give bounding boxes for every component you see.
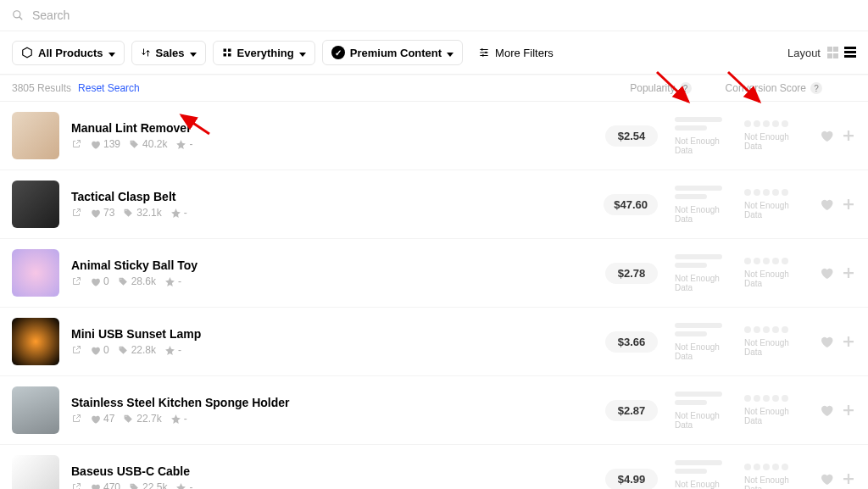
favorite-button[interactable]: [819, 128, 834, 143]
favorite-button[interactable]: [819, 265, 834, 281]
product-row[interactable]: Baseus USB-C Cable47022.5k-$4.99Not Enou…: [0, 445, 868, 489]
col-popularity: Popularity?: [630, 82, 691, 94]
favorite-button[interactable]: [819, 334, 834, 349]
product-row[interactable]: Tactical Clasp Belt7332.1k-$47.60Not Eno…: [0, 170, 868, 239]
tag-count: 22.8k: [118, 344, 156, 356]
results-count: 3805 Results: [12, 82, 71, 94]
svg-point-7: [485, 52, 487, 53]
conversion-cell: Not Enough Data: [744, 326, 795, 357]
external-link-icon[interactable]: [71, 208, 81, 218]
star-icon: -: [164, 344, 181, 356]
likes: 47: [90, 413, 114, 425]
favorite-button[interactable]: [819, 471, 834, 486]
search-icon: [12, 9, 24, 21]
product-title[interactable]: Tactical Clasp Belt: [71, 190, 592, 203]
favorite-button[interactable]: [819, 197, 834, 212]
popularity-cell: Not Enough Data: [675, 323, 722, 361]
popularity-cell: Not Enough Data: [675, 460, 722, 490]
add-button[interactable]: [841, 128, 856, 143]
svg-point-0: [14, 11, 20, 18]
tag-count: 22.7k: [123, 413, 161, 425]
popularity-cell: Not Enough Data: [675, 392, 722, 430]
product-price: $2.87: [605, 400, 658, 421]
product-thumb[interactable]: [12, 455, 59, 489]
product-row[interactable]: Manual Lint Remover13940.2k-$2.54Not Eno…: [0, 102, 868, 170]
tag-count: 40.2k: [129, 138, 167, 150]
product-row[interactable]: Mini USB Sunset Lamp022.8k-$3.66Not Enou…: [0, 308, 868, 376]
external-link-icon[interactable]: [71, 139, 81, 149]
svg-rect-4: [223, 53, 226, 57]
add-button[interactable]: [841, 471, 856, 486]
conversion-cell: Not Enough Data: [744, 395, 795, 425]
info-icon[interactable]: ?: [680, 82, 692, 94]
filter-more[interactable]: More Filters: [470, 42, 562, 64]
product-price: $2.78: [605, 263, 658, 284]
layout-switcher: Layout: [787, 47, 856, 59]
filter-premium[interactable]: Premium Content: [322, 40, 463, 65]
search-input[interactable]: [32, 8, 856, 22]
product-price: $47.60: [604, 194, 658, 215]
external-link-icon[interactable]: [71, 345, 81, 355]
product-title[interactable]: Baseus USB-C Cable: [71, 464, 593, 478]
product-thumb[interactable]: [12, 181, 59, 228]
star-icon: -: [175, 481, 192, 489]
product-title[interactable]: Stainless Steel Kitchen Sponge Holder: [71, 396, 593, 409]
tag-count: 22.5k: [129, 481, 167, 489]
product-thumb[interactable]: [12, 249, 59, 297]
popularity-cell: Not Enough Data: [675, 254, 722, 292]
product-title[interactable]: Mini USB Sunset Lamp: [71, 327, 593, 341]
svg-line-1: [19, 17, 23, 20]
add-button[interactable]: [841, 197, 856, 212]
add-button[interactable]: [841, 334, 856, 349]
conversion-cell: Not Enough Data: [744, 120, 795, 151]
product-title[interactable]: Manual Lint Remover: [71, 121, 593, 135]
svg-rect-2: [223, 49, 226, 53]
likes: 73: [90, 207, 114, 219]
premium-icon: [331, 46, 345, 59]
conversion-cell: Not Enough Data: [744, 189, 795, 219]
layout-grid-button[interactable]: [827, 47, 839, 58]
star-icon: -: [164, 275, 181, 287]
product-price: $2.54: [605, 125, 658, 147]
product-row[interactable]: Animal Sticky Ball Toy028.6k-$2.78Not En…: [0, 239, 868, 308]
tag-count: 28.6k: [118, 275, 156, 287]
product-price: $4.99: [605, 469, 658, 490]
product-thumb[interactable]: [12, 318, 59, 365]
star-icon: -: [175, 138, 192, 150]
product-title[interactable]: Animal Sticky Ball Toy: [71, 258, 593, 272]
layout-list-button[interactable]: [844, 47, 856, 58]
svg-rect-3: [228, 49, 231, 53]
external-link-icon[interactable]: [71, 276, 81, 286]
star-icon: -: [170, 413, 187, 425]
col-conversion: Conversion Score?: [726, 82, 822, 94]
grid-icon: [222, 47, 232, 58]
filter-everything[interactable]: Everything: [213, 41, 315, 65]
likes: 139: [90, 138, 120, 150]
svg-rect-5: [228, 53, 231, 57]
filter-all-products[interactable]: All Products: [12, 41, 125, 65]
add-button[interactable]: [841, 403, 856, 418]
likes: 470: [90, 481, 120, 489]
external-link-icon[interactable]: [71, 414, 81, 424]
svg-point-6: [481, 48, 483, 50]
product-thumb[interactable]: [12, 386, 59, 434]
reset-search[interactable]: Reset Search: [78, 82, 140, 94]
sliders-icon: [478, 47, 490, 58]
popularity-cell: Not Enough Data: [675, 117, 722, 155]
tag-count: 32.1k: [123, 207, 161, 219]
add-button[interactable]: [841, 265, 856, 281]
product-price: $3.66: [605, 331, 658, 353]
popularity-cell: Not Enough Data: [675, 186, 722, 224]
likes: 0: [90, 275, 109, 287]
sort-icon: [141, 47, 151, 58]
likes: 0: [90, 344, 109, 356]
external-link-icon[interactable]: [71, 482, 81, 489]
product-thumb[interactable]: [12, 112, 59, 159]
filter-sales[interactable]: Sales: [131, 41, 206, 65]
svg-point-8: [482, 54, 484, 56]
product-row[interactable]: Stainless Steel Kitchen Sponge Holder472…: [0, 376, 868, 445]
cube-icon: [21, 47, 33, 58]
favorite-button[interactable]: [819, 403, 834, 418]
conversion-cell: Not Enough Data: [744, 258, 795, 288]
info-icon[interactable]: ?: [810, 82, 822, 94]
